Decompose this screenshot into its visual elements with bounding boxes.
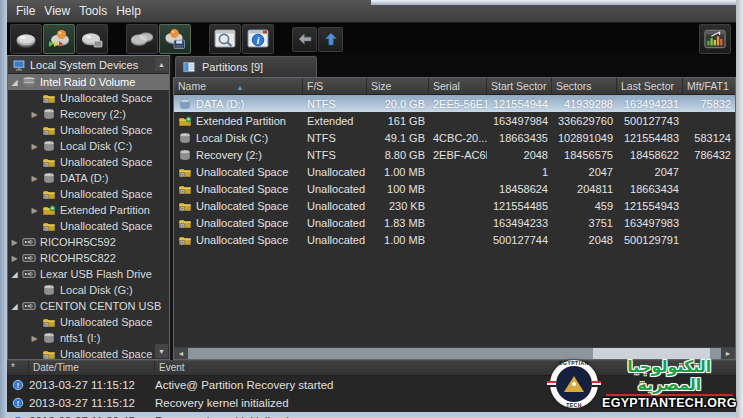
tree-item-centon-centon-usb[interactable]: ◢ CENTON CENTON USB [8,298,169,314]
superscan-button[interactable] [126,24,158,54]
column-header-serial[interactable]: Serial [429,78,487,94]
menu-view[interactable]: View [44,2,79,21]
quickscan-button[interactable] [76,24,108,54]
stats-button[interactable] [699,24,731,54]
tree-expander-icon[interactable]: ◢ [8,270,21,279]
tree-item-local-disk-g[interactable]: Local Disk (G:) [8,282,169,298]
tree-item-extended-partition[interactable]: ▶ Extended Partition [8,202,169,218]
column-header-name[interactable]: Name▴ [174,78,303,94]
svg-text:i: i [257,36,260,46]
desktop-edge-right [736,0,743,418]
tree-expander-icon[interactable]: ▶ [28,206,41,215]
column-header-last-sector[interactable]: Last Sector [617,78,683,94]
tree-item-unallocated-space[interactable]: Unallocated Space [8,314,169,330]
open-disk-button[interactable] [10,24,42,54]
partition-row-recovery-2[interactable]: Recovery (2:)NTFS8.80 GB2EBF-AC6F2048184… [174,146,735,163]
cell-sectors: 2048 [552,234,617,246]
column-header-start-sector[interactable]: Start Sector [487,78,552,94]
column-header-size[interactable]: Size [367,78,429,94]
partitions-table: Name▴F/SSizeSerialStart SectorSectorsLas… [173,77,736,347]
tree-expander-icon[interactable]: ▶ [28,334,41,343]
monitor-icon [12,58,26,72]
scroll-left-button[interactable]: ◄ [174,348,188,359]
column-header-mft-fat1[interactable]: Mft/FAT1 [683,78,735,94]
tree-item-ntfs1-i[interactable]: ▶ ntfs1 (I:) [8,330,169,346]
tree-item-ricohr5c592[interactable]: ▶ RICOHR5C592 [8,234,169,250]
egyptiantech-badge-icon: EGYPTIAN TECH [550,360,598,408]
partition-row-unallocated-space[interactable]: Unallocated SpaceUnallocated1.83 MB16349… [174,214,735,231]
tree-scroll-down-button[interactable]: ▼ [155,344,168,358]
tree-item-unallocated-space[interactable]: Unallocated Space [8,346,169,359]
equalizer-icon [703,28,727,50]
menu-help[interactable]: Help [116,2,150,21]
partition-row-data-d[interactable]: DATA (D:)NTFS20.0 GB2EE5-56E112155494441… [174,95,735,112]
tree-item-unallocated-space[interactable]: Unallocated Space [8,218,169,234]
cell-sectors: 2047 [552,166,617,178]
info-button[interactable]: i [242,24,274,54]
cell-mft-fat1: 75832 [683,98,735,110]
partition-row-unallocated-space[interactable]: Unallocated SpaceUnallocated100 MB184586… [174,180,735,197]
recover-partition-button[interactable] [43,24,75,54]
disk-volume-blue-icon [178,97,192,111]
folder-unallocated-icon [178,199,192,213]
tree-item-local-disk-c[interactable]: ▶ Local Disk (C:) [8,138,169,154]
column-header-f-s[interactable]: F/S [303,78,367,94]
cell-start-sector: 121554944 [487,98,552,110]
tree-expander-icon[interactable]: ◢ [8,78,21,87]
pyramid-eye-icon [572,382,576,386]
tab-partitions[interactable]: Partitions [9] [175,56,317,77]
tree-expander-icon[interactable]: ◢ [8,302,21,311]
cell-serial: 2EBF-AC6F [429,149,487,161]
tree-item-data-d[interactable]: ▶ DATA (D:) [8,170,169,186]
log-datetime: 2013-03-27 11:15:12 [29,379,155,391]
partition-name-label: Local Disk (C:) [196,132,268,144]
tree-expander-icon[interactable]: ▶ [28,174,41,183]
partition-row-unallocated-space[interactable]: Unallocated SpaceUnallocated1.00 MB50012… [174,231,735,248]
back-button[interactable] [292,27,317,52]
device-tree: ◢ Intel Raid 0 Volume Unallocated Space▶… [8,74,169,359]
tree-item-unallocated-space[interactable]: Unallocated Space [8,90,169,106]
cell-sectors: 204811 [552,183,617,195]
partition-row-unallocated-space[interactable]: Unallocated SpaceUnallocated1.00 MB12047… [174,163,735,180]
partition-row-extended-partition[interactable]: Extended PartitionExtended161 GB16349798… [174,112,735,129]
watermark: EGYPTIAN TECH التكنولوجيا المصرية EGYPTI… [550,358,735,410]
cell-mft-fat1: 583124 [683,132,735,144]
save-disk-image-button[interactable] [159,24,191,54]
menu-tools[interactable]: Tools [79,2,116,21]
partition-row-local-disk-c[interactable]: Local Disk (C:)NTFS49.1 GB4CBC-20...1866… [174,129,735,146]
cell-start-sector: 121554485 [487,200,552,212]
cell-sectors: 459 [552,200,617,212]
cell-size: 161 GB [367,115,429,127]
tree-item-lexar-usb-flash-drive[interactable]: ◢ Lexar USB Flash Drive [8,266,169,282]
tree-expander-icon[interactable]: ▶ [8,254,21,263]
tree-item-ricohr5c822[interactable]: ▶ RICOHR5C822 [8,250,169,266]
column-header-sectors[interactable]: Sectors [552,78,617,94]
tree-item-unallocated-space[interactable]: Unallocated Space [8,154,169,170]
cell-size: 20.0 GB [367,98,429,110]
tree-item-intel-raid-0-volume[interactable]: ◢ Intel Raid 0 Volume [8,74,169,90]
tree-item-label: RICOHR5C822 [37,252,116,264]
disk-volume-icon [41,107,57,121]
tree-item-label: Recovery (2:) [57,108,126,120]
log-column-datetime[interactable]: Date/Time [29,361,155,375]
menu-file[interactable]: File [16,2,44,21]
log-row[interactable]: !2013-03-27 11:30:45Recovery kernel init… [7,412,736,418]
up-button[interactable] [318,27,343,52]
tree-item-label: Local Disk (G:) [57,284,133,296]
tree-item-unallocated-space[interactable]: Unallocated Space [8,186,169,202]
partition-row-unallocated-space[interactable]: Unallocated SpaceUnallocated230 KB121554… [174,197,735,214]
cell-f-s: NTFS [303,132,367,144]
tree-expander-icon[interactable]: ▶ [28,142,41,151]
tree-item-label: Unallocated Space [57,156,152,168]
tree-expander-icon[interactable]: ▶ [8,238,21,247]
log-column-marker[interactable]: * [7,361,29,375]
tree-item-unallocated-space[interactable]: Unallocated Space [8,122,169,138]
arrow-up-icon [322,30,340,48]
partition-name-label: Recovery (2:) [196,149,262,161]
search-button[interactable] [209,24,241,54]
tree-item-recovery-2[interactable]: ▶ Recovery (2:) [8,106,169,122]
tree-expander-icon[interactable]: ▶ [28,110,41,119]
tree-scroll-up-button[interactable]: ▲ [155,57,168,71]
cell-start-sector: 18663435 [487,132,552,144]
disk-volume-icon [178,148,192,162]
